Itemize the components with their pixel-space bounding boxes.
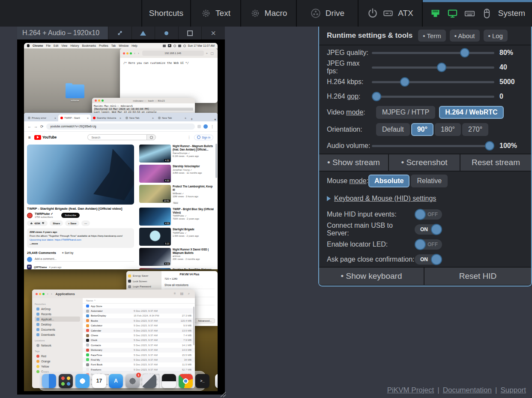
- screenshot-button[interactable]: • Screenshot: [389, 154, 460, 171]
- dock-app-icon[interactable]: [42, 374, 56, 388]
- search-lens-button[interactable]: [146, 134, 156, 140]
- tab-close-icon[interactable]: ×: [54, 117, 56, 120]
- reset-hid-button[interactable]: Reset HID: [424, 268, 531, 285]
- finder-file-row[interactable]: Find My 5 Dec 2023, 9:37 AM 34 MB: [83, 357, 195, 362]
- sidebar-video-item[interactable]: 10:51 Protect The Lamborghini, Keep It! …: [139, 185, 215, 205]
- tab-search-chevron-icon[interactable]: ▾: [214, 118, 216, 121]
- chrome-tab[interactable]: New Tab×: [156, 115, 188, 121]
- audio-volume-slider[interactable]: [372, 141, 494, 151]
- finder-file-row[interactable]: Calculator 5 Dec 2023, 9:37 AM 9.9 MB: [83, 323, 195, 328]
- hid-settings-link[interactable]: Keyboard & Mouse (HID) settings: [334, 195, 436, 202]
- toggle-locator-led[interactable]: OFF: [415, 239, 442, 250]
- back-icon[interactable]: ←: [27, 124, 31, 129]
- finder-view-icons[interactable]: ≡ ▤ ⌕: [174, 292, 191, 296]
- more-actions-button[interactable]: ···: [81, 220, 90, 226]
- nav-system-menu[interactable]: System: [422, 0, 532, 27]
- slider[interactable]: [372, 77, 494, 87]
- chrome-omnibox[interactable]: youtube.com/watch?v=JSQ3l5w6-Ug: [46, 124, 195, 130]
- slider[interactable]: [372, 92, 494, 101]
- youtube-video-player[interactable]: [27, 145, 134, 205]
- channel-name[interactable]: TWRPtube ✓: [35, 212, 53, 216]
- finder-sidebar-item[interactable]: Downloads: [35, 332, 80, 337]
- finder-sidebar-item[interactable]: Network: [35, 343, 80, 348]
- tab-close-icon[interactable]: ×: [87, 117, 89, 120]
- finder-file-row[interactable]: App Store: [83, 304, 195, 308]
- stream-original-size-button[interactable]: [178, 27, 202, 39]
- youtube-search-input[interactable]: [87, 134, 146, 140]
- nav-atx-button[interactable]: ATX: [358, 0, 422, 27]
- log-button[interactable]: • Log: [484, 30, 508, 42]
- finder-file-row[interactable]: Clock 5 Dec 2023, 9:37 AM 7.9 MB: [83, 338, 195, 343]
- slider-knob[interactable]: [400, 77, 409, 87]
- finder-file-row[interactable]: Automator 5 Dec 2023, 9:37 AM: [83, 308, 195, 313]
- dock-app-icon[interactable]: 17: [92, 374, 106, 388]
- documentation-link[interactable]: Documentation: [443, 386, 492, 394]
- dock-app-icon[interactable]: 1: [126, 374, 140, 388]
- orientation-90[interactable]: 90°: [411, 123, 433, 136]
- orientation-180[interactable]: 180°: [435, 123, 461, 136]
- nav-macro-button[interactable]: Macro: [240, 0, 296, 27]
- finder-nav-arrows[interactable]: ‹ ›: [47, 292, 53, 296]
- video-mode-h264[interactable]: H.264 / WebRTC: [439, 106, 503, 119]
- forward-icon[interactable]: →: [34, 124, 38, 129]
- pikvm-project-link[interactable]: PiKVM Project: [387, 386, 434, 394]
- extensions-icon[interactable]: [197, 125, 201, 128]
- reload-icon[interactable]: ⟳: [40, 124, 44, 129]
- reset-stream-button[interactable]: Reset stream: [460, 154, 531, 171]
- nav-text-button[interactable]: Text: [190, 0, 240, 27]
- tab-close-icon[interactable]: ×: [185, 117, 186, 120]
- disclosure-triangle-icon[interactable]: [327, 196, 331, 201]
- youtube-signin-button[interactable]: Sign in: [194, 135, 213, 140]
- like-button[interactable]: 425K: [27, 220, 48, 226]
- hamburger-menu-icon[interactable]: ≡: [28, 135, 31, 140]
- slider-knob[interactable]: [372, 92, 381, 101]
- add-comment-field[interactable]: Add a comment...: [35, 257, 134, 262]
- toggle-connect-usb[interactable]: ON: [415, 224, 442, 235]
- slider[interactable]: [372, 48, 494, 57]
- video-description[interactable]: 20M views 4 years ago From the album "To…: [27, 228, 134, 248]
- support-link[interactable]: Support: [500, 386, 526, 394]
- dock-app-icon[interactable]: [179, 374, 193, 388]
- dock-app-icon[interactable]: [162, 374, 176, 388]
- sidebar-video-item[interactable]: 4:55 TWRP - Bright Blue Sky (Official Vi…: [139, 208, 215, 226]
- chrome-tab[interactable]: Privacy error×: [26, 115, 58, 121]
- sidebar-video-item[interactable]: 5:23 Starlight Brigade TWRPtube ✓ 1.5M v…: [139, 228, 215, 246]
- youtube-logo[interactable]: YouTube: [34, 135, 57, 140]
- settings-row[interactable]: Show all resolutions: [164, 281, 215, 289]
- dock-app-icon[interactable]: [142, 374, 156, 388]
- finder-file-row[interactable]: Chess 5 Dec 2023, 9:37 AM 7.4 MB: [83, 333, 195, 338]
- chrome-tab[interactable]: New Tab×: [123, 115, 156, 121]
- stream-close-button[interactable]: ×: [201, 27, 225, 39]
- dock-app-icon[interactable]: A: [109, 374, 123, 388]
- finder-file-row[interactable]: BetterDisplay 15 Feb 2024, 8:34 PM 27.3 …: [83, 314, 195, 318]
- chrome-menu-icon[interactable]: ⋮: [210, 124, 214, 129]
- finder-file-row[interactable]: Calendar 5 Dec 2023, 9:37 AM 13.5 MB: [83, 328, 195, 333]
- sidebar-video-item[interactable]: 4:33 Starship Velociraptor Jonathan Youn…: [139, 165, 215, 183]
- orientation-default[interactable]: Default: [376, 123, 410, 136]
- slider-knob[interactable]: [485, 141, 494, 151]
- finder-tag-item[interactable]: Yellow: [35, 364, 80, 369]
- dock-app-icon[interactable]: >_: [195, 374, 209, 388]
- stream-raise-button[interactable]: [132, 27, 155, 39]
- sort-by-button[interactable]: ≡ Sort by: [62, 251, 73, 254]
- subscribe-button[interactable]: Subscribe: [61, 213, 80, 218]
- settings-sidebar-item[interactable]: Login Password: [128, 284, 160, 289]
- advanced-button[interactable]: Advanced...: [194, 318, 215, 323]
- scrollbar-thumb[interactable]: [215, 144, 217, 178]
- show-stream-button[interactable]: • Show stream: [319, 154, 388, 171]
- mouse-mode-absolute[interactable]: Absolute: [368, 175, 409, 187]
- share-button[interactable]: Share: [50, 220, 63, 226]
- finder-file-row[interactable]: Font Book 5 Dec 2023, 9:37 AM 11.5 MB: [83, 362, 195, 367]
- chrome-tab[interactable]: TWRP - Starli×: [58, 115, 91, 121]
- tab-close-icon[interactable]: ×: [120, 117, 121, 120]
- finder-file-row[interactable]: FaceTime 5 Dec 2023, 9:37 AM 15.5 MB: [83, 353, 195, 357]
- finder-tag-item[interactable]: Orange: [35, 359, 80, 364]
- profile-avatar[interactable]: [203, 124, 208, 129]
- finder-file-row[interactable]: Dictionary 5 Dec 2023, 9:37 AM 14.6 MB: [83, 348, 195, 353]
- remote-screen-video[interactable]: ChromeFileEditViewHistoryBookmarksProfil…: [17, 39, 225, 395]
- chrome-tab[interactable]: Starship Velocira×: [91, 115, 123, 121]
- dock-app-icon[interactable]: [59, 374, 73, 388]
- toggle-close-confirmation[interactable]: ON: [415, 254, 442, 265]
- sidebar-video-item[interactable]: 4:32 Night Runner - Magnum Bullets (feat…: [139, 145, 215, 163]
- orientation-270[interactable]: 270°: [462, 123, 488, 136]
